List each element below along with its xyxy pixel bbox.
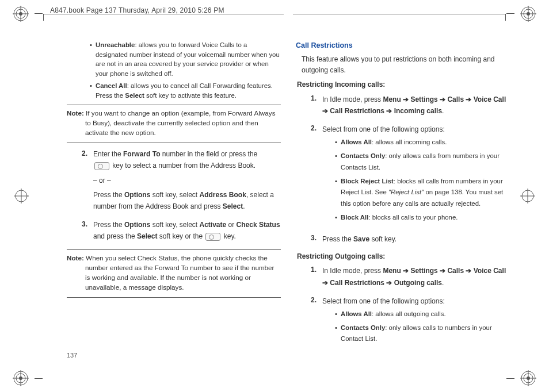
divider <box>67 297 281 298</box>
registration-circle-icon <box>13 6 29 22</box>
registration-circle-icon <box>13 370 29 386</box>
divider <box>67 143 281 143</box>
crop-mark-icon <box>506 13 514 14</box>
page-root: A847.book Page 137 Thursday, April 29, 2… <box>0 0 549 392</box>
bullet-block-all: •Block All: blocks all calls to your pho… <box>335 212 510 223</box>
bullet-contacts-only-in: •Contacts Only: only allows calls from n… <box>335 151 510 173</box>
header-book-text: A847.book Page 137 Thursday, April 29, 2… <box>50 6 224 14</box>
svg-point-14 <box>19 376 22 380</box>
bullet-unreachable: • Unreachable: allows you to forward Voi… <box>90 40 281 78</box>
ok-key-icon <box>205 233 220 241</box>
divider <box>67 249 281 250</box>
subhead-incoming: Restricting Incoming calls: <box>296 80 510 90</box>
registration-circle-icon <box>520 370 536 386</box>
svg-point-19 <box>527 376 530 380</box>
bullet-contacts-only-out: •Contacts Only: only allows calls to num… <box>335 322 510 345</box>
step-number: 2. <box>306 295 317 348</box>
outgoing-step-1: 1. In Idle mode, press Menu ➔ Settings ➔… <box>296 265 510 289</box>
outgoing-step-2: 2. Select from one of the following opti… <box>296 295 510 348</box>
bullet-dot-icon: • <box>90 81 92 100</box>
step-number: 2. <box>77 149 87 213</box>
svg-point-9 <box>527 12 530 16</box>
bullet-cancel-all: • Cancel All: allows you to cancel all C… <box>90 81 281 100</box>
incoming-step-3: 3. Press the Save soft key. <box>296 233 510 245</box>
step-2: 2. Enter the Forward To number in the fi… <box>67 149 281 213</box>
crop-mark-icon <box>506 378 514 379</box>
subhead-outgoing: Restricting Outgoing calls: <box>296 252 510 262</box>
step-number: 1. <box>306 265 317 289</box>
registration-cross-icon <box>520 189 535 203</box>
bullet-dot-icon: • <box>90 40 92 78</box>
step-number: 1. <box>306 94 317 117</box>
note-change-option: Note: If you want to change an option (e… <box>85 109 279 138</box>
bullet-block-reject-list: •Block Reject List: blocks all calls fro… <box>335 176 510 209</box>
page-number: 137 <box>67 352 77 359</box>
incoming-step-1: 1. In Idle mode, press Menu ➔ Settings ➔… <box>296 94 510 117</box>
crop-mark-icon <box>35 378 43 379</box>
address-book-key-icon <box>94 162 109 170</box>
registration-circle-icon <box>520 6 536 22</box>
intro-paragraph: This feature allows you to put restricti… <box>296 54 510 75</box>
bullet-allows-all-out: •Allows All: allows all outgoing calls. <box>335 309 510 320</box>
incoming-step-2: 2. Select from one of the following opti… <box>296 124 510 226</box>
bullet-allows-all-in: •Allows All: allows all incoming calls. <box>335 137 510 148</box>
or-separator: – or – <box>93 175 281 187</box>
step-number: 2. <box>306 124 317 226</box>
left-column: • Unreachable: allows you to forward Voi… <box>67 40 281 355</box>
content-area: • Unreachable: allows you to forward Voi… <box>67 40 510 355</box>
right-column: Call Restrictions This feature allows yo… <box>296 40 510 355</box>
header-frame: A847.book Page 137 Thursday, April 29, 2… <box>43 8 506 22</box>
step-3: 3. Press the Options soft key, select Ac… <box>67 220 281 243</box>
step-number: 3. <box>77 220 87 243</box>
svg-point-4 <box>19 12 22 16</box>
section-title-call-restrictions: Call Restrictions <box>296 40 510 51</box>
note-check-status: Note: When you select Check Status, the … <box>85 253 279 293</box>
registration-cross-icon <box>14 189 29 203</box>
step-number: 3. <box>306 233 317 245</box>
divider <box>67 105 281 105</box>
crop-mark-icon <box>35 13 43 14</box>
